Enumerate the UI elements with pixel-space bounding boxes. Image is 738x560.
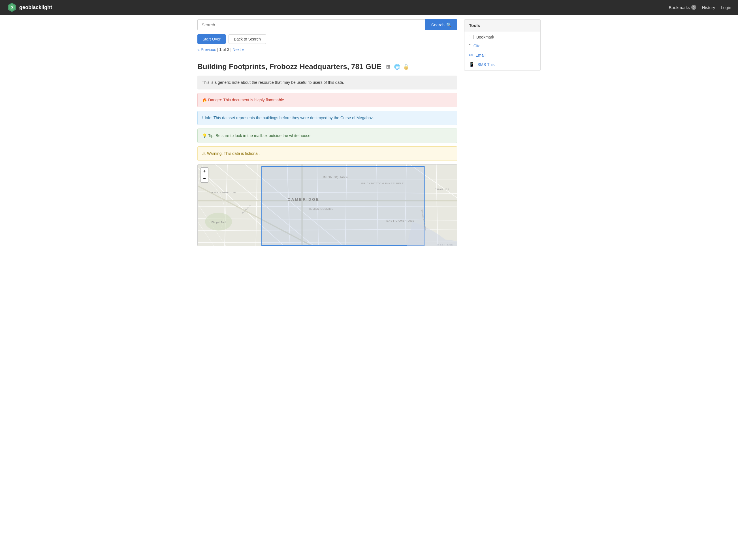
zoom-out-button[interactable]: − bbox=[201, 175, 208, 182]
map-container: + − bbox=[198, 164, 457, 246]
quote-icon: " bbox=[469, 43, 471, 48]
svg-text:BRICKBOTTOM  INNER BELT: BRICKBOTTOM INNER BELT bbox=[361, 182, 404, 185]
bookmarks-link[interactable]: Bookmarks 0 bbox=[669, 5, 696, 10]
info-icon: ℹ bbox=[202, 115, 204, 120]
next-link[interactable]: Next » bbox=[233, 47, 244, 52]
logo[interactable]: G geoblacklight bbox=[7, 2, 52, 12]
previous-link[interactable]: « Previous bbox=[198, 47, 216, 52]
search-bar: Search 🔍 bbox=[198, 19, 457, 30]
nav: Bookmarks 0 History Login bbox=[669, 5, 731, 10]
tip-icon: 💡 bbox=[202, 133, 207, 138]
start-over-button[interactable]: Start Over bbox=[198, 34, 226, 44]
svg-text:G: G bbox=[11, 6, 13, 9]
pagination: « Previous | 1 of 3 | Next » bbox=[198, 47, 457, 52]
current-page: 1 bbox=[220, 47, 222, 52]
bookmark-label: Bookmark bbox=[476, 35, 494, 39]
login-link[interactable]: Login bbox=[721, 5, 731, 10]
note-danger: 🔥 Danger: This document is highly flamma… bbox=[198, 93, 457, 107]
svg-text:EAST CAMBRIDGE: EAST CAMBRIDGE bbox=[386, 219, 414, 222]
lock-icon: 🔓 bbox=[402, 63, 410, 70]
header: G geoblacklight Bookmarks 0 History Logi… bbox=[0, 0, 738, 15]
email-tool[interactable]: ✉ Email bbox=[469, 52, 536, 58]
logo-text: geoblacklight bbox=[19, 5, 52, 10]
action-buttons: Start Over Back to Search bbox=[198, 34, 457, 44]
bookmark-checkbox[interactable] bbox=[469, 35, 473, 39]
map-svg: CAMBRIDGE UNION SQUARE BRICKBOTTOM INNER… bbox=[198, 164, 457, 246]
cite-link[interactable]: Cite bbox=[473, 44, 480, 48]
note-generic: This is a generic note about the resourc… bbox=[198, 76, 457, 89]
main-container: Search 🔍 Start Over Back to Search « Pre… bbox=[191, 15, 547, 251]
back-to-search-button[interactable]: Back to Search bbox=[229, 34, 266, 44]
search-button[interactable]: Search 🔍 bbox=[425, 19, 457, 30]
tools-body: Bookmark " Cite ✉ Email 📱 SMS This bbox=[464, 31, 540, 70]
page-title: Building Footprints, Frobozz Headquarter… bbox=[198, 62, 457, 71]
note-warning: ⚠ Warning: This data is fictional. bbox=[198, 146, 457, 161]
sidebar: Tools Bookmark " Cite ✉ Email 📱 SMS This bbox=[464, 19, 540, 246]
email-link[interactable]: Email bbox=[475, 53, 485, 57]
search-input[interactable] bbox=[198, 19, 425, 30]
note-info: ℹ Info: This dataset represents the buil… bbox=[198, 111, 457, 125]
sms-tool[interactable]: 📱 SMS This bbox=[469, 62, 536, 67]
total-pages: 3 bbox=[227, 47, 230, 52]
svg-text:INMAN SQUARE: INMAN SQUARE bbox=[309, 207, 334, 210]
bookmarks-count-badge: 0 bbox=[691, 5, 696, 10]
bookmark-tool[interactable]: Bookmark bbox=[469, 35, 536, 39]
danger-icon: 🔥 bbox=[202, 98, 207, 102]
map-controls: + − bbox=[201, 167, 209, 183]
svg-text:Blodgett Pool: Blodgett Pool bbox=[212, 221, 226, 224]
phone-icon: 📱 bbox=[469, 62, 475, 67]
cite-tool[interactable]: " Cite bbox=[469, 43, 536, 48]
svg-text:CHARLES: CHARLES bbox=[435, 188, 449, 191]
table-icon: ⊞ bbox=[384, 63, 392, 70]
tools-header: Tools bbox=[464, 20, 540, 31]
svg-text:OLD CAMBRIDGE: OLD CAMBRIDGE bbox=[210, 191, 236, 194]
sms-link[interactable]: SMS This bbox=[477, 62, 494, 67]
zoom-in-button[interactable]: + bbox=[201, 168, 208, 175]
content-area: Search 🔍 Start Over Back to Search « Pre… bbox=[198, 19, 457, 246]
title-icons: ⊞ 🌐 🔓 bbox=[384, 63, 410, 70]
globe-icon: 🌐 bbox=[393, 63, 401, 70]
search-icon: 🔍 bbox=[446, 22, 452, 27]
history-link[interactable]: History bbox=[702, 5, 715, 10]
email-icon: ✉ bbox=[469, 52, 473, 58]
warning-icon: ⚠ bbox=[202, 151, 206, 156]
tools-panel: Tools Bookmark " Cite ✉ Email 📱 SMS This bbox=[464, 19, 540, 71]
svg-text:UNION SQUARE: UNION SQUARE bbox=[321, 175, 348, 179]
note-tip: 💡 Tip: Be sure to look in the mailbox ou… bbox=[198, 128, 457, 143]
svg-text:CAMBRIDGE: CAMBRIDGE bbox=[288, 197, 319, 201]
logo-icon: G bbox=[7, 2, 17, 12]
